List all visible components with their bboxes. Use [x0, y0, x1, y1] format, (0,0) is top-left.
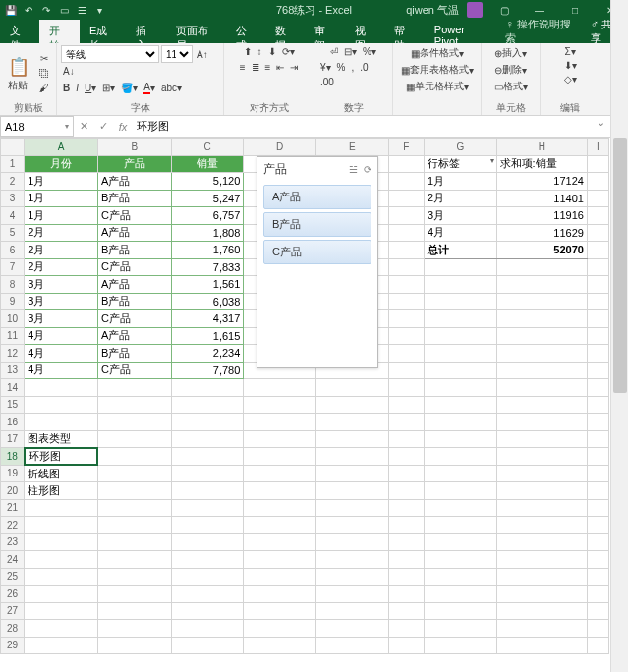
- format-cells-button[interactable]: ▭ 格式▾: [485, 79, 536, 94]
- cell-H24[interactable]: [496, 551, 587, 569]
- cell-H5[interactable]: 11629: [496, 224, 587, 242]
- cell-F28[interactable]: [388, 620, 424, 638]
- cell-C11[interactable]: 1,615: [171, 327, 244, 345]
- tab-insert[interactable]: 插入: [126, 20, 165, 43]
- row-header-27[interactable]: 27: [1, 602, 25, 620]
- cell-A25[interactable]: [25, 568, 98, 586]
- cell-D29[interactable]: [244, 637, 316, 654]
- col-header-D[interactable]: D: [244, 139, 316, 156]
- cell-B2[interactable]: A产品: [97, 173, 171, 191]
- slicer-item[interactable]: B产品: [263, 212, 371, 237]
- cell-F26[interactable]: [388, 586, 424, 603]
- cell-D18[interactable]: [244, 448, 316, 466]
- cell-A19[interactable]: 折线图: [25, 465, 98, 482]
- insert-cells-button[interactable]: ⊕ 插入▾: [485, 45, 536, 61]
- row-header-5[interactable]: 5: [1, 224, 25, 242]
- cell-E21[interactable]: [316, 499, 389, 517]
- row-header-17[interactable]: 17: [1, 430, 25, 448]
- cell-A20[interactable]: 柱形图: [25, 482, 98, 500]
- tab-data[interactable]: 数据: [265, 20, 305, 43]
- conditional-format-button[interactable]: ▦ 条件格式▾: [397, 45, 477, 61]
- cell-I14[interactable]: [587, 379, 608, 397]
- cell-G22[interactable]: [424, 517, 496, 534]
- cell-D19[interactable]: [244, 465, 316, 482]
- cell-I12[interactable]: [587, 345, 608, 363]
- underline-button[interactable]: U▾: [83, 81, 98, 95]
- cell-D16[interactable]: [244, 414, 316, 431]
- cell-C7[interactable]: 7,833: [171, 258, 244, 276]
- align-bottom-icon[interactable]: ⬇: [266, 45, 278, 58]
- cell-I24[interactable]: [587, 551, 608, 569]
- align-right-icon[interactable]: ≡: [263, 61, 273, 74]
- cell-C6[interactable]: 1,760: [171, 242, 244, 259]
- cell-H10[interactable]: [496, 310, 587, 328]
- cell-I7[interactable]: [587, 258, 608, 276]
- cell-C12[interactable]: 2,234: [171, 345, 244, 363]
- percent-icon[interactable]: %: [335, 61, 348, 74]
- cell-A3[interactable]: 1月: [25, 190, 98, 207]
- merge-icon[interactable]: ⊟▾: [342, 45, 359, 58]
- cell-B20[interactable]: [97, 482, 171, 500]
- cell-A6[interactable]: 2月: [25, 242, 98, 259]
- cell-B11[interactable]: A产品: [97, 327, 171, 345]
- cell-G2[interactable]: 1月: [424, 173, 496, 191]
- cell-H26[interactable]: [496, 586, 587, 603]
- cell-H17[interactable]: [496, 430, 587, 448]
- cell-A26[interactable]: [25, 586, 98, 603]
- cell-A12[interactable]: 4月: [25, 345, 98, 363]
- increase-decimal-icon[interactable]: .00: [318, 76, 336, 88]
- row-header-6[interactable]: 6: [1, 242, 25, 259]
- ribbon-display-options-icon[interactable]: ▢: [490, 5, 518, 16]
- cell-A16[interactable]: [25, 414, 98, 431]
- cell-D24[interactable]: [244, 551, 316, 569]
- cell-H14[interactable]: [496, 379, 587, 397]
- formula-input[interactable]: 环形图: [133, 119, 591, 134]
- cell-A2[interactable]: 1月: [25, 173, 98, 191]
- cell-H28[interactable]: [496, 620, 587, 638]
- cell-F4[interactable]: [388, 207, 424, 225]
- cell-I4[interactable]: [587, 207, 608, 225]
- cell-F14[interactable]: [388, 379, 424, 397]
- cell-H9[interactable]: [496, 293, 587, 310]
- cell-I9[interactable]: [587, 293, 608, 310]
- cell-E15[interactable]: [316, 396, 389, 414]
- cell-D25[interactable]: [244, 568, 316, 586]
- cell-H22[interactable]: [496, 517, 587, 534]
- cell-B17[interactable]: [97, 430, 171, 448]
- cell-H23[interactable]: [496, 533, 587, 551]
- cell-G1[interactable]: 行标签: [424, 155, 496, 173]
- cell-B8[interactable]: A产品: [97, 276, 171, 294]
- cell-E14[interactable]: [316, 379, 389, 397]
- cell-G15[interactable]: [424, 396, 496, 414]
- row-header-2[interactable]: 2: [1, 173, 25, 191]
- increase-font-icon[interactable]: A↑: [195, 45, 210, 63]
- cell-B19[interactable]: [97, 465, 171, 482]
- cell-I22[interactable]: [587, 517, 608, 534]
- name-box[interactable]: A18: [0, 116, 74, 137]
- cell-C29[interactable]: [171, 637, 244, 654]
- cell-F23[interactable]: [388, 533, 424, 551]
- cell-A7[interactable]: 2月: [25, 258, 98, 276]
- decrease-decimal-icon[interactable]: .0: [358, 61, 370, 74]
- cell-B1[interactable]: 产品: [97, 155, 171, 173]
- cell-A13[interactable]: 4月: [25, 362, 98, 379]
- font-name-select[interactable]: 等线: [61, 45, 159, 63]
- cell-B4[interactable]: C产品: [97, 207, 171, 225]
- cell-A10[interactable]: 3月: [25, 310, 98, 328]
- cell-A17[interactable]: 图表类型: [25, 430, 98, 448]
- table-format-button[interactable]: ▦ 套用表格格式▾: [397, 62, 477, 78]
- cell-D14[interactable]: [244, 379, 316, 397]
- multi-select-icon[interactable]: ☱: [349, 164, 358, 175]
- fill-icon[interactable]: ⬇▾: [562, 59, 579, 72]
- cell-A28[interactable]: [25, 620, 98, 638]
- qat-dropdown-icon[interactable]: ▾: [92, 3, 106, 17]
- cell-G23[interactable]: [424, 533, 496, 551]
- decrease-font-icon[interactable]: A↓: [61, 65, 77, 78]
- cell-C9[interactable]: 6,038: [171, 293, 244, 310]
- indent-left-icon[interactable]: ⇤: [274, 61, 286, 74]
- cell-style-button[interactable]: ▦ 单元格样式▾: [397, 79, 477, 94]
- cell-G26[interactable]: [424, 586, 496, 603]
- cell-C22[interactable]: [171, 517, 244, 534]
- qat-item-icon[interactable]: ▭: [57, 3, 71, 17]
- border-icon[interactable]: ⊞▾: [100, 81, 117, 95]
